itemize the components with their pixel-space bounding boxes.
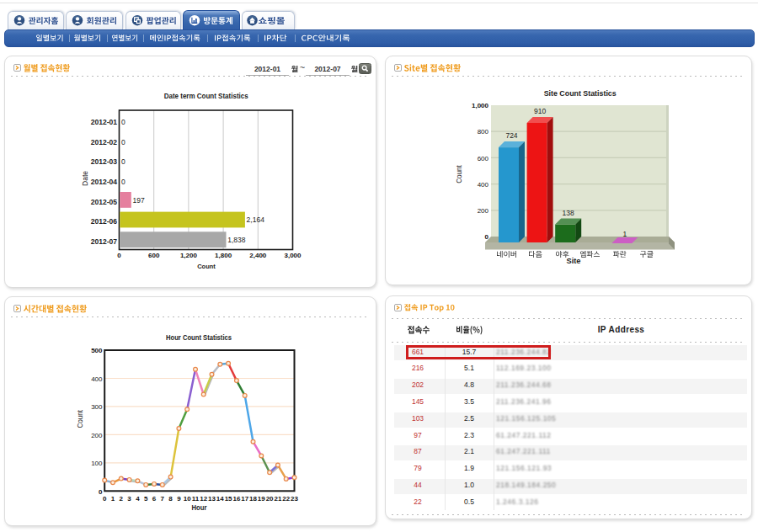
svg-text:1,200: 1,200 bbox=[180, 252, 198, 259]
svg-text:1,000: 1,000 bbox=[472, 102, 489, 109]
svg-text:197: 197 bbox=[133, 196, 145, 205]
svg-text:6: 6 bbox=[152, 495, 157, 503]
svg-text:19: 19 bbox=[258, 495, 265, 503]
svg-text:0: 0 bbox=[121, 157, 125, 166]
svg-text:100: 100 bbox=[91, 460, 103, 467]
svg-text:Date term Count Statistics: Date term Count Statistics bbox=[164, 92, 248, 100]
svg-text:15: 15 bbox=[225, 495, 232, 503]
svg-text:300: 300 bbox=[91, 403, 103, 411]
svg-text:17: 17 bbox=[241, 495, 248, 503]
svg-text:2012-05: 2012-05 bbox=[91, 198, 117, 206]
svg-text:0: 0 bbox=[121, 178, 125, 186]
svg-text:2: 2 bbox=[120, 495, 124, 503]
svg-text:138: 138 bbox=[563, 209, 574, 217]
svg-text:400: 400 bbox=[91, 375, 103, 383]
svg-text:600: 600 bbox=[148, 252, 160, 259]
svg-text:16: 16 bbox=[232, 495, 240, 503]
svg-text:9: 9 bbox=[177, 495, 181, 503]
svg-text:Hour: Hour bbox=[192, 503, 208, 512]
svg-text:500: 500 bbox=[91, 347, 103, 354]
svg-text:14: 14 bbox=[216, 495, 224, 503]
svg-text:0: 0 bbox=[117, 252, 121, 259]
svg-text:1: 1 bbox=[111, 495, 115, 503]
svg-text:1: 1 bbox=[623, 230, 627, 238]
svg-text:3,000: 3,000 bbox=[284, 252, 302, 259]
svg-text:Site Count Statistics: Site Count Statistics bbox=[544, 89, 617, 98]
svg-text:12: 12 bbox=[200, 495, 207, 503]
svg-text:200: 200 bbox=[478, 207, 489, 215]
svg-text:200: 200 bbox=[91, 432, 103, 439]
svg-text:11: 11 bbox=[192, 495, 200, 503]
svg-text:23: 23 bbox=[291, 495, 298, 503]
svg-text:18: 18 bbox=[249, 495, 257, 503]
svg-text:0: 0 bbox=[121, 138, 125, 146]
svg-text:Hour Count Statistics: Hour Count Statistics bbox=[166, 333, 232, 342]
svg-text:2012-01: 2012-01 bbox=[91, 118, 117, 126]
svg-text:1,838: 1,838 bbox=[227, 236, 246, 244]
svg-text:0: 0 bbox=[121, 118, 125, 126]
svg-text:20: 20 bbox=[266, 495, 274, 503]
svg-text:4: 4 bbox=[136, 495, 140, 503]
svg-text:Count: Count bbox=[455, 165, 463, 184]
svg-text:0: 0 bbox=[103, 495, 107, 503]
svg-text:2,164: 2,164 bbox=[247, 215, 265, 224]
svg-text:Count: Count bbox=[77, 409, 85, 428]
svg-text:800: 800 bbox=[478, 128, 489, 136]
svg-text:3: 3 bbox=[127, 495, 131, 503]
svg-text:2012-04: 2012-04 bbox=[91, 178, 117, 186]
svg-text:8: 8 bbox=[168, 495, 173, 503]
svg-text:0: 0 bbox=[485, 233, 489, 241]
svg-text:400: 400 bbox=[478, 181, 489, 189]
svg-text:10: 10 bbox=[184, 495, 191, 503]
svg-text:22: 22 bbox=[282, 495, 290, 503]
svg-text:21: 21 bbox=[274, 495, 281, 503]
svg-text:2,400: 2,400 bbox=[249, 252, 267, 259]
svg-text:2012-06: 2012-06 bbox=[91, 217, 117, 226]
svg-text:2012-07: 2012-07 bbox=[91, 237, 117, 246]
svg-text:724: 724 bbox=[505, 131, 517, 140]
svg-text:1,800: 1,800 bbox=[215, 252, 232, 259]
svg-text:13: 13 bbox=[208, 495, 216, 503]
svg-text:910: 910 bbox=[534, 107, 546, 115]
svg-text:600: 600 bbox=[478, 155, 489, 162]
svg-text:Site: Site bbox=[566, 257, 580, 265]
svg-text:2012-03: 2012-03 bbox=[91, 157, 117, 166]
svg-text:2012-02: 2012-02 bbox=[91, 138, 117, 146]
svg-text:Count: Count bbox=[197, 263, 216, 270]
svg-text:Date: Date bbox=[81, 171, 89, 186]
svg-text:7: 7 bbox=[161, 495, 165, 503]
svg-text:5: 5 bbox=[144, 495, 148, 503]
